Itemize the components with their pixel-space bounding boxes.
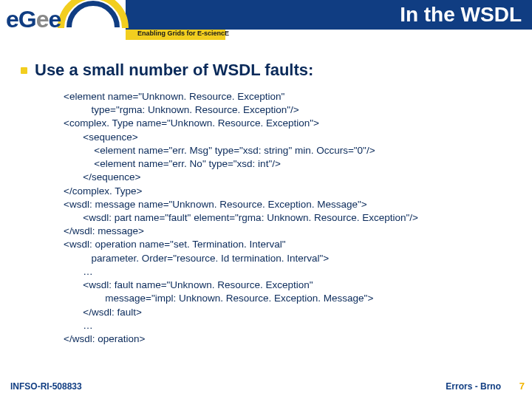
logo-text-part2: e xyxy=(36,6,49,33)
code-block: <element name="Unknown. Resource. Except… xyxy=(64,90,507,346)
header: In the WSDL Enabling Grids for E-sciencE… xyxy=(0,0,532,40)
footer-left: INFSO-RI-508833 xyxy=(10,381,82,392)
footer: INFSO-RI-508833 Errors - Brno 7 xyxy=(0,377,532,393)
slide: In the WSDL Enabling Grids for E-sciencE… xyxy=(0,0,532,399)
slide-title: In the WSDL xyxy=(400,0,522,30)
page-number: 7 xyxy=(519,381,525,392)
bullet-item: Use a small number of WSDL faults: xyxy=(18,61,507,80)
logo-text: eGee xyxy=(6,6,61,33)
tagline: Enabling Grids for E-sciencE xyxy=(137,30,229,37)
bullet-icon xyxy=(21,67,27,74)
content-area: Use a small number of WSDL faults: <elem… xyxy=(0,40,532,346)
egee-logo: eGee xyxy=(6,0,124,41)
bullet-text: Use a small number of WSDL faults: xyxy=(35,61,313,80)
logo-text-part1: eG xyxy=(6,6,36,33)
footer-right-label: Errors - Brno xyxy=(446,381,501,392)
logo-text-part3: e xyxy=(48,6,61,33)
title-banner: In the WSDL xyxy=(126,0,532,30)
